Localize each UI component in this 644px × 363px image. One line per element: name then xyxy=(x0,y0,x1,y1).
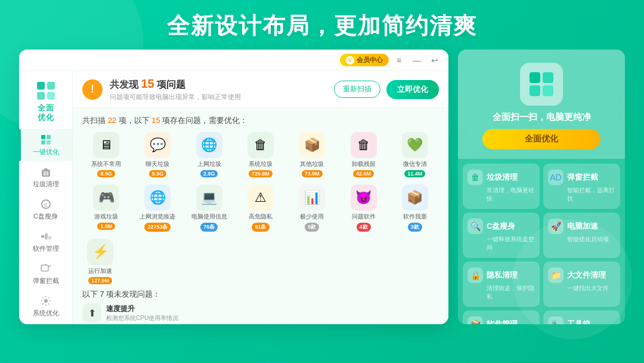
rp-item-bigfile[interactable]: 📁大文件清理一键找出大文件 xyxy=(543,262,620,307)
issue-emoji: 💻 xyxy=(201,190,217,205)
sidebar-item-c-slim[interactable]: C C盘瘦身 xyxy=(19,193,72,226)
rp-icon-speed: 🚀 xyxy=(548,219,564,234)
svg-rect-1 xyxy=(47,82,55,90)
alert-icon: ! xyxy=(82,79,103,100)
svg-rect-3 xyxy=(47,92,55,100)
c-slim-icon: C xyxy=(40,198,52,210)
sidebar-item-trash[interactable]: 垃圾清理 xyxy=(19,161,72,193)
issue-badge: 8.9G xyxy=(97,170,115,177)
issue-name: 卸载残留 xyxy=(352,161,376,168)
svg-rect-5 xyxy=(47,135,51,139)
speed-name: 运行加速 xyxy=(88,267,112,275)
issue-item-undefined[interactable]: 🗑卸载残留42.6M xyxy=(339,132,387,177)
speed-badge: 127.9M xyxy=(88,277,112,284)
rp-item-popup[interactable]: AD弹窗拦截智能拦截，远离打扰 xyxy=(543,164,620,209)
rp-title-softmgr: 软件管理 xyxy=(487,319,518,324)
issue-item-undefined[interactable]: 🌐上网垃圾2.9G xyxy=(185,132,233,177)
issue-badge: 73.9M xyxy=(302,170,323,177)
issue-badge: 5.9G xyxy=(149,170,167,177)
svg-rect-4 xyxy=(41,135,45,139)
issue-name: 系统不常用 xyxy=(91,161,121,168)
minimize-icon[interactable]: — xyxy=(411,55,422,66)
sidebar-label-sys-opt: 系统优化 xyxy=(33,309,59,318)
issue-icon-wrap: 📦 xyxy=(299,132,325,158)
issue-item-undefined[interactable]: 😈问题软件4款 xyxy=(339,184,387,232)
v-icon: V xyxy=(346,56,354,64)
content-area: ! 共发现 15 项问题 问题项可能导致电脑出现异常，影响正常使用 重新扫描 立… xyxy=(73,71,448,324)
rp-desc-popup: 智能拦截，远离打扰 xyxy=(567,186,615,203)
issue-icon-wrap: 🌐 xyxy=(196,132,222,158)
sidebar-item-toolbox[interactable]: 工具箱 xyxy=(19,322,72,324)
rp-desc-speed: 智能优化启动项 xyxy=(567,235,615,244)
rp-item-softmgr[interactable]: 📦软件管理彻底卸载软件无残留 xyxy=(463,310,540,324)
issue-item-undefined[interactable]: 📦软件我塞3款 xyxy=(391,184,439,232)
issue-item-undefined[interactable]: ⚠高危隐私61条 xyxy=(237,184,284,232)
speed-up-title: 速度提升 xyxy=(106,304,178,314)
rp-item-disk[interactable]: 🔍C盘瘦身一键释放系统盘空间 xyxy=(463,213,540,258)
issue-icon-wrap: 😈 xyxy=(351,184,377,211)
issue-badge: 61条 xyxy=(252,223,269,232)
optimize-button[interactable]: 立即优化 xyxy=(386,80,439,99)
sidebar-label-c-slim: C盘瘦身 xyxy=(33,212,58,221)
sidebar-item-one-key[interactable]: 一键优化 xyxy=(19,129,72,161)
member-badge[interactable]: V 会员中心 xyxy=(340,54,389,66)
sidebar-item-popup[interactable]: 弹窗拦截 xyxy=(19,258,72,290)
issue-item-undefined[interactable]: 🖥系统不常用8.9G xyxy=(82,132,130,177)
issue-grid-row1: 🖥系统不常用8.9G💬聊天垃圾5.9G🌐上网垃圾2.9G🗑系统垃圾726.8M📦… xyxy=(82,132,439,177)
scan-result: 共扫描 22 项，以下 15 项存在问题，需要优化： 🖥系统不常用8.9G💬聊天… xyxy=(73,108,448,324)
svg-rect-15 xyxy=(41,235,44,238)
issue-item-undefined[interactable]: 📊极少使用5款 xyxy=(288,184,336,232)
issue-emoji: 📦 xyxy=(304,137,320,153)
issue-item-undefined[interactable]: 🌐上网浏览痕迹22753条 xyxy=(134,184,181,232)
rp-title-tools: 工具箱 xyxy=(567,319,590,324)
sidebar-label-popup: 弹窗拦截 xyxy=(33,276,59,285)
rp-title-speed: 电脑加速 xyxy=(567,221,598,232)
issue-badge: 4款 xyxy=(357,223,371,232)
rp-item-tools[interactable]: 🔧工具箱超多实用小工具 xyxy=(543,310,620,324)
issue-emoji: 🖥 xyxy=(100,137,113,153)
rp-item-header: 📁大文件清理 xyxy=(548,267,615,283)
alert-number: 15 xyxy=(141,77,154,90)
trash-icon xyxy=(40,166,52,178)
rp-icon-bigfile: 📁 xyxy=(548,267,564,283)
no-issue-item: ⬆ 速度提升 检测您系统CPU使用率情况 xyxy=(82,303,439,322)
alert-text: 共发现 15 项问题 问题项可能导致电脑出现异常，影响正常使用 xyxy=(110,77,327,101)
popup-icon xyxy=(40,263,52,275)
issue-emoji: 🌐 xyxy=(150,190,166,205)
svg-rect-27 xyxy=(543,85,553,96)
full-optimize-button[interactable]: 全面优化 xyxy=(482,129,600,149)
issue-item-undefined[interactable]: 💻电脑使用信息76条 xyxy=(185,184,233,232)
rp-item-header: 🗑垃圾清理 xyxy=(467,170,535,185)
issue-icon-wrap: 💚 xyxy=(402,132,428,158)
rp-desc-trash: 常清理，电脑更轻快 xyxy=(487,186,535,203)
menu-icon[interactable]: ≡ xyxy=(394,55,404,66)
issue-emoji: 🌐 xyxy=(201,137,217,153)
issue-name: 游戏垃圾 xyxy=(94,213,118,220)
sidebar-item-sys-opt[interactable]: 系统优化 xyxy=(19,290,72,322)
issue-item-undefined[interactable]: 📦其他垃圾73.9M xyxy=(288,132,336,177)
rp-item-header: AD弹窗拦截 xyxy=(548,170,615,185)
back-icon[interactable]: ↩ xyxy=(429,55,440,66)
issue-item-undefined[interactable]: 🎮游戏垃圾1.5M xyxy=(82,184,130,232)
no-issue-label: 以下 7 项未发现问题： xyxy=(82,289,439,300)
rescan-button[interactable]: 重新扫描 xyxy=(334,81,380,98)
issue-emoji: 🗑 xyxy=(254,137,267,153)
issue-name: 微信专清 xyxy=(403,161,427,168)
rp-item-privacy[interactable]: 🔒隐私清理清理痕迹，保护隐私 xyxy=(463,262,540,307)
sidebar-item-software[interactable]: 软件管理 xyxy=(19,226,72,258)
rp-title-popup: 弹窗拦截 xyxy=(567,172,598,183)
big-logo-svg xyxy=(527,70,556,99)
rp-item-trash[interactable]: 🗑垃圾清理常清理，电脑更轻快 xyxy=(463,164,540,209)
issue-item-undefined[interactable]: 💚微信专清11.4M xyxy=(391,132,439,177)
titlebar: V 会员中心 ≡ — ↩ xyxy=(19,50,448,71)
svg-rect-0 xyxy=(37,82,45,90)
speed-item[interactable]: ⚡运行加速127.9M xyxy=(82,239,118,284)
rp-desc-disk: 一键释放系统盘空间 xyxy=(487,235,535,252)
issue-badge: 42.6M xyxy=(353,170,374,177)
issue-item-undefined[interactable]: 💬聊天垃圾5.9G xyxy=(134,132,181,177)
issue-item-undefined[interactable]: 🗑系统垃圾726.8M xyxy=(237,132,284,177)
rp-item-speed[interactable]: 🚀电脑加速智能优化启动项 xyxy=(543,213,620,258)
sidebar-label-software: 软件管理 xyxy=(33,244,59,253)
issue-emoji: 📊 xyxy=(304,190,320,205)
window-body: 全面优化 一键优化 垃圾清理 xyxy=(19,71,448,324)
